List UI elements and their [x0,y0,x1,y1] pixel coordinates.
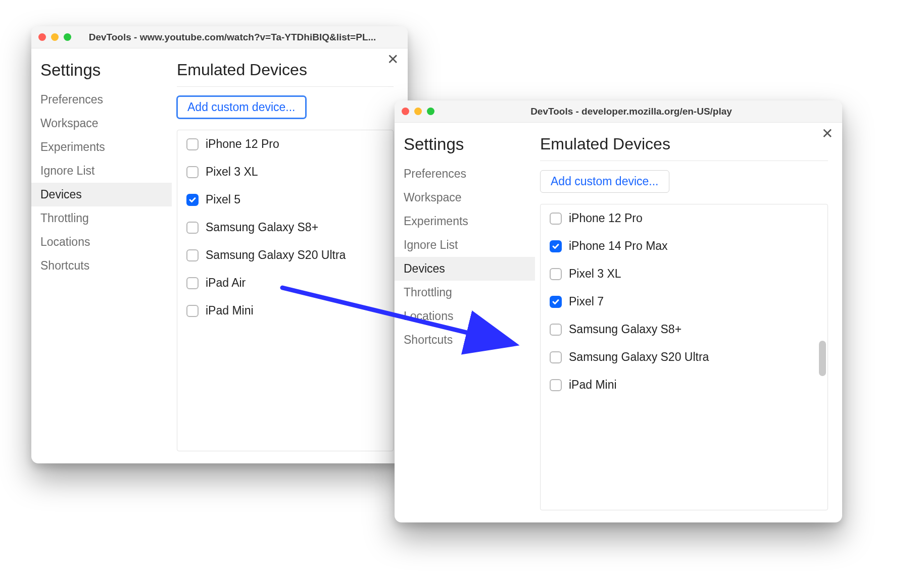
close-icon[interactable]: ✕ [387,52,399,67]
checkbox-icon[interactable] [550,351,562,363]
device-row[interactable]: Pixel 3 XL [541,260,828,288]
checkbox-icon[interactable] [550,379,562,391]
sidebar-item-shortcuts[interactable]: Shortcuts [31,254,172,278]
sidebar-item-preferences[interactable]: Preferences [31,88,172,112]
zoom-light-icon[interactable] [64,33,71,41]
traffic-lights [38,33,71,41]
checkbox-icon[interactable] [186,249,199,261]
checkbox-icon[interactable] [550,213,562,225]
device-row[interactable]: iPad Air [177,269,393,297]
titlebar: DevTools - developer.mozilla.org/en-US/p… [395,100,842,123]
sidebar-item-throttling[interactable]: Throttling [31,206,172,230]
device-label: iPad Air [206,276,246,290]
device-label: Samsung Galaxy S20 Ultra [569,350,709,364]
close-icon[interactable]: ✕ [821,127,833,141]
checkbox-icon[interactable] [186,222,199,234]
device-row[interactable]: iPhone 12 Pro [177,130,393,158]
device-list[interactable]: iPhone 12 ProiPhone 14 Pro MaxPixel 3 XL… [540,204,828,510]
window-body: ✕ Settings PreferencesWorkspaceExperimen… [31,48,408,463]
device-row[interactable]: Pixel 7 [541,288,828,315]
sidebar: Settings PreferencesWorkspaceExperiments… [31,48,172,463]
window-title: DevTools - www.youtube.com/watch?v=Ta-YT… [79,32,401,43]
titlebar: DevTools - www.youtube.com/watch?v=Ta-YT… [31,26,408,48]
sidebar-item-locations[interactable]: Locations [31,230,172,254]
device-label: Samsung Galaxy S8+ [569,323,682,336]
sidebar-item-throttling[interactable]: Throttling [395,281,535,304]
checkbox-icon[interactable] [550,324,562,336]
window-body: ✕ Settings PreferencesWorkspaceExperimen… [395,123,842,522]
settings-heading: Settings [395,135,535,162]
sidebar: Settings PreferencesWorkspaceExperiments… [395,123,535,522]
device-label: Samsung Galaxy S8+ [206,221,318,234]
device-label: Pixel 3 XL [206,165,258,179]
sidebar-item-workspace[interactable]: Workspace [31,112,172,135]
window-front: DevTools - developer.mozilla.org/en-US/p… [395,100,842,522]
device-label: Samsung Galaxy S20 Ultra [206,248,346,262]
checkbox-icon[interactable] [186,166,199,178]
sidebar-item-devices[interactable]: Devices [395,257,535,281]
checkbox-icon[interactable] [186,277,199,289]
device-list[interactable]: iPhone 12 ProPixel 3 XLPixel 5Samsung Ga… [177,130,394,451]
device-row[interactable]: iPhone 12 Pro [541,204,828,232]
device-row[interactable]: Pixel 3 XL [177,158,393,186]
device-row[interactable]: Pixel 5 [177,186,393,214]
close-light-icon[interactable] [38,33,46,41]
sidebar-item-workspace[interactable]: Workspace [395,186,535,209]
device-row[interactable]: Samsung Galaxy S8+ [177,214,393,241]
section-heading: Emulated Devices [540,135,828,161]
device-row[interactable]: Samsung Galaxy S8+ [541,315,828,343]
device-row[interactable]: Samsung Galaxy S20 Ultra [177,241,393,269]
sidebar-item-experiments[interactable]: Experiments [31,135,172,159]
main-panel: Emulated Devices Add custom device... iP… [535,123,842,522]
device-row[interactable]: iPad Mini [541,371,828,399]
sidebar-item-preferences[interactable]: Preferences [395,162,535,186]
device-label: iPhone 14 Pro Max [569,239,668,253]
settings-heading: Settings [31,61,172,88]
sidebar-item-shortcuts[interactable]: Shortcuts [395,328,535,352]
section-heading: Emulated Devices [177,61,394,87]
window-back: DevTools - www.youtube.com/watch?v=Ta-YT… [31,26,408,463]
traffic-lights [402,108,434,115]
device-label: Pixel 7 [569,295,604,308]
sidebar-item-devices[interactable]: Devices [31,183,172,206]
sidebar-item-ignore-list[interactable]: Ignore List [395,233,535,257]
device-row[interactable]: iPhone 14 Pro Max [541,232,828,260]
window-title: DevTools - developer.mozilla.org/en-US/p… [443,106,835,117]
device-label: iPhone 12 Pro [206,137,279,151]
device-label: iPad Mini [206,304,254,318]
checkbox-icon[interactable] [550,296,562,308]
sidebar-item-locations[interactable]: Locations [395,304,535,328]
add-custom-device-button[interactable]: Add custom device... [177,96,306,119]
device-label: iPad Mini [569,378,617,392]
device-label: Pixel 5 [206,193,240,206]
checkbox-icon[interactable] [186,194,199,206]
sidebar-item-experiments[interactable]: Experiments [395,209,535,233]
add-custom-device-button[interactable]: Add custom device... [540,170,669,193]
close-light-icon[interactable] [402,108,409,115]
device-row[interactable]: Samsung Galaxy S20 Ultra [541,343,828,371]
checkbox-icon[interactable] [186,305,199,317]
checkbox-icon[interactable] [186,138,199,150]
device-label: iPhone 12 Pro [569,212,643,225]
minimize-light-icon[interactable] [51,33,59,41]
checkbox-icon[interactable] [550,240,562,252]
checkbox-icon[interactable] [550,268,562,280]
device-row[interactable]: iPad Mini [177,297,393,325]
scrollbar-thumb[interactable] [819,341,826,376]
main-panel: Emulated Devices Add custom device... iP… [172,48,408,463]
sidebar-item-ignore-list[interactable]: Ignore List [31,159,172,183]
device-label: Pixel 3 XL [569,267,621,281]
zoom-light-icon[interactable] [427,108,434,115]
minimize-light-icon[interactable] [414,108,422,115]
